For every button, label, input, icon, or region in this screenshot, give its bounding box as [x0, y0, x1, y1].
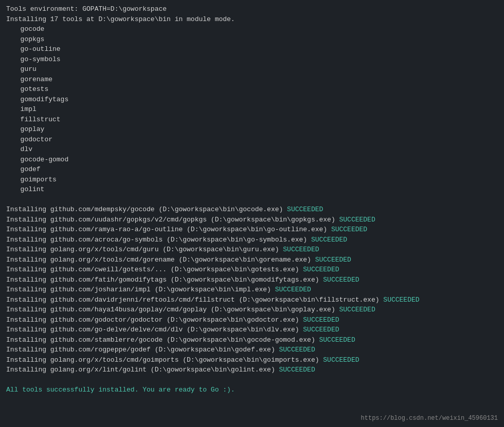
tool-name-7: gomodifytags: [6, 95, 498, 105]
install-result-1: Installing github.com/uudashr/gopkgs/v2/…: [6, 215, 498, 225]
install-result-2: Installing github.com/ramya-rao-a/go-out…: [6, 225, 498, 235]
url-watermark: https://blog.csdn.net/weixin_45960131: [361, 415, 498, 422]
install-result-5: Installing golang.org/x/tools/cmd/gorena…: [6, 255, 498, 265]
spacer-1: [6, 195, 498, 205]
install-result-0: Installing github.com/mdempsky/gocode (D…: [6, 205, 498, 215]
install-result-6: Installing github.com/cweill/gotests/...…: [6, 265, 498, 275]
tool-name-15: goimports: [6, 175, 498, 185]
spacer-2: [6, 375, 498, 385]
install-result-15: Installing golang.org/x/tools/cmd/goimpo…: [6, 355, 498, 365]
install-result-10: Installing github.com/haya14busa/goplay/…: [6, 305, 498, 315]
install-result-4: Installing golang.org/x/tools/cmd/guru (…: [6, 245, 498, 255]
terminal-window: Tools environment: GOPATH=D:\goworkspace…: [0, 0, 504, 427]
install-result-11: Installing github.com/godoctor/godoctor …: [6, 315, 498, 325]
tool-name-9: fillstruct: [6, 115, 498, 125]
tool-name-16: golint: [6, 184, 498, 195]
tool-name-13: gocode-gomod: [6, 155, 498, 165]
tool-name-2: go-outline: [6, 44, 498, 54]
tool-name-14: godef: [6, 164, 498, 175]
install-result-16: Installing golang.org/x/lint/golint (D:\…: [6, 365, 498, 375]
tool-name-1: gopkgs: [6, 34, 498, 45]
install-result-7: Installing github.com/fatih/gomodifytags…: [6, 275, 498, 285]
install-result-8: Installing github.com/josharian/impl (D:…: [6, 285, 498, 295]
header-line-2: Installing 17 tools at D:\goworkspace\bi…: [6, 14, 498, 25]
tool-name-6: gotests: [6, 84, 498, 95]
tool-name-11: godoctor: [6, 135, 498, 145]
final-message: All tools successfully installed. You ar…: [6, 385, 498, 395]
install-result-12: Installing github.com/go-delve/delve/cmd…: [6, 325, 498, 335]
header-line-1: Tools environment: GOPATH=D:\goworkspace: [6, 4, 498, 14]
tool-name-4: guru: [6, 64, 498, 75]
install-result-13: Installing github.com/stamblerre/gocode …: [6, 335, 498, 345]
tool-name-3: go-symbols: [6, 54, 498, 65]
tool-name-5: gorename: [6, 75, 498, 85]
tool-name-10: goplay: [6, 124, 498, 135]
install-result-9: Installing github.com/davidrjenni/reftoo…: [6, 295, 498, 305]
tool-name-8: impl: [6, 104, 498, 115]
install-result-3: Installing github.com/acroca/go-symbols …: [6, 235, 498, 245]
tool-name-12: dlv: [6, 144, 498, 155]
tool-name-0: gocode: [6, 24, 498, 34]
install-result-14: Installing github.com/rogpeppe/godef (D:…: [6, 345, 498, 355]
